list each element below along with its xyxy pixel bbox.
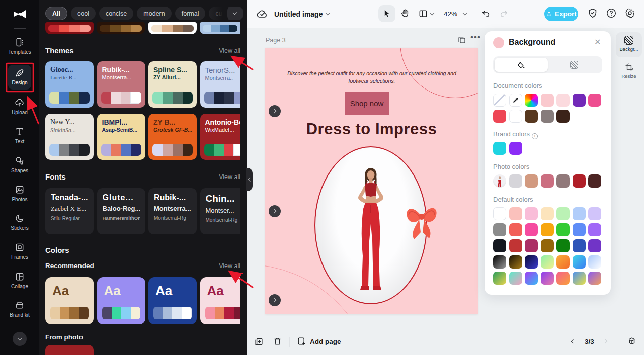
color-swatch[interactable] xyxy=(525,94,538,107)
color-swatch[interactable] xyxy=(59,92,69,104)
color-swatch[interactable] xyxy=(214,144,224,156)
layout-dropdown-chevron[interactable] xyxy=(430,11,434,15)
color-swatch[interactable] xyxy=(224,307,234,319)
color-swatch[interactable] xyxy=(234,92,241,104)
chip-cool[interactable]: cool xyxy=(71,7,96,20)
chip-all[interactable]: All xyxy=(45,7,67,20)
color-swatch[interactable] xyxy=(131,307,140,319)
themes-view-all-link[interactable]: View all xyxy=(219,47,240,54)
color-swatch[interactable] xyxy=(100,25,110,32)
color-swatch[interactable] xyxy=(151,25,162,32)
theme-card[interactable]: TenorS... Montserra.. xyxy=(200,61,241,108)
help-icon[interactable] xyxy=(606,8,617,19)
from-photo-card-partial[interactable] xyxy=(45,345,94,355)
color-swatch[interactable] xyxy=(509,255,522,269)
color-swatch[interactable] xyxy=(588,272,601,285)
redo-icon[interactable] xyxy=(499,9,509,19)
color-swatch[interactable] xyxy=(525,239,538,252)
color-swatch[interactable] xyxy=(153,307,163,319)
color-swatch[interactable] xyxy=(204,144,214,156)
layout-tool-icon[interactable] xyxy=(418,9,428,19)
color-theme-card[interactable]: Aa xyxy=(200,277,241,324)
color-swatch[interactable] xyxy=(163,92,173,104)
color-swatch[interactable] xyxy=(556,223,570,236)
hand-tool-icon[interactable] xyxy=(400,8,411,19)
color-swatch[interactable] xyxy=(509,110,522,123)
color-swatch[interactable] xyxy=(152,92,163,104)
sidebar-item-upload[interactable]: Upload xyxy=(0,98,39,116)
color-swatch[interactable] xyxy=(573,272,586,285)
color-swatch[interactable] xyxy=(48,25,59,32)
color-swatch[interactable] xyxy=(525,174,538,188)
color-swatch[interactable] xyxy=(541,255,554,269)
color-swatch[interactable] xyxy=(525,207,538,220)
color-swatch[interactable] xyxy=(152,144,163,156)
color-swatch[interactable] xyxy=(541,207,554,220)
color-theme-card[interactable]: Aa xyxy=(97,277,145,324)
add-page-button[interactable]: Add page xyxy=(310,338,341,345)
palette-card-partial[interactable] xyxy=(45,22,94,34)
color-swatch[interactable] xyxy=(509,142,522,155)
color-swatch[interactable] xyxy=(493,142,506,155)
color-swatch[interactable] xyxy=(556,272,570,285)
fonts-view-all-link[interactable]: View all xyxy=(219,173,240,181)
duplicate-page-icon[interactable] xyxy=(457,35,466,44)
color-swatch[interactable] xyxy=(556,255,570,269)
color-swatch[interactable] xyxy=(110,25,121,32)
color-swatch[interactable] xyxy=(173,92,183,104)
color-swatch[interactable] xyxy=(541,110,554,123)
color-swatch[interactable] xyxy=(220,25,229,32)
font-card[interactable]: Tenada-... Zacbel X-E... Stilu-Regular xyxy=(45,188,94,234)
select-tool-icon[interactable] xyxy=(382,9,392,19)
theme-card[interactable]: Antonio-Bo WixMadef... xyxy=(200,114,241,160)
color-swatch[interactable] xyxy=(102,307,112,319)
color-swatch[interactable] xyxy=(573,207,586,220)
color-swatch[interactable] xyxy=(50,307,60,319)
page-more-menu-icon[interactable]: ••• xyxy=(470,32,481,42)
color-swatch[interactable] xyxy=(556,110,570,123)
bow-sticker[interactable] xyxy=(404,201,439,241)
color-swatch[interactable] xyxy=(101,92,111,104)
font-card[interactable]: Glute... Baloo-Reg... HammersmithOn... xyxy=(97,188,145,234)
color-swatch[interactable] xyxy=(588,174,601,188)
color-swatch[interactable] xyxy=(173,25,183,32)
color-swatch[interactable] xyxy=(79,307,89,319)
color-swatch[interactable] xyxy=(493,272,506,285)
export-button[interactable]: Export xyxy=(544,7,578,21)
color-theme-card[interactable]: Aa xyxy=(45,277,94,324)
color-swatch[interactable] xyxy=(229,25,237,32)
panel-collapse-handle[interactable] xyxy=(246,168,253,191)
chip-concise[interactable]: concise xyxy=(99,7,133,20)
color-swatch[interactable] xyxy=(59,25,69,32)
sidebar-item-shapes[interactable]: Shapes xyxy=(0,156,39,174)
undo-icon[interactable] xyxy=(481,9,491,19)
theme-card[interactable]: New Y... SinkinSa... xyxy=(45,114,94,160)
color-swatch[interactable] xyxy=(588,94,601,107)
color-swatch[interactable] xyxy=(215,307,224,319)
color-swatch[interactable] xyxy=(131,144,141,156)
rail-collapse-button[interactable] xyxy=(13,332,27,346)
color-swatch[interactable] xyxy=(49,92,59,104)
fonts-next-button[interactable] xyxy=(269,205,281,217)
eyedropper-swatch[interactable] xyxy=(509,94,522,107)
theme-card[interactable]: ZY B... Grotesk GF-B... xyxy=(148,114,197,160)
color-swatch[interactable] xyxy=(80,25,91,32)
tab-pattern-fill[interactable] xyxy=(548,58,601,72)
app-logo[interactable] xyxy=(12,7,27,24)
color-swatch[interactable] xyxy=(493,110,506,123)
themes-next-button[interactable] xyxy=(269,105,281,117)
tab-color-fill[interactable] xyxy=(495,58,548,72)
theme-card[interactable]: IBMPl... Asap-SemiB... xyxy=(97,114,145,160)
color-swatch[interactable] xyxy=(69,307,79,319)
color-swatch[interactable] xyxy=(493,255,506,269)
color-swatch[interactable] xyxy=(162,25,173,32)
tagline-text-layer[interactable]: Discover the perfect outfit for any occa… xyxy=(281,70,462,84)
color-swatch[interactable] xyxy=(211,25,220,32)
sidebar-item-text[interactable]: Text xyxy=(0,127,39,145)
delete-page-button[interactable] xyxy=(273,336,282,346)
color-swatch[interactable] xyxy=(69,25,80,32)
color-swatch[interactable] xyxy=(60,307,69,319)
photo-thumbnail-swatch[interactable] xyxy=(493,174,506,188)
color-swatch[interactable] xyxy=(588,255,601,269)
color-swatch[interactable] xyxy=(588,223,601,236)
